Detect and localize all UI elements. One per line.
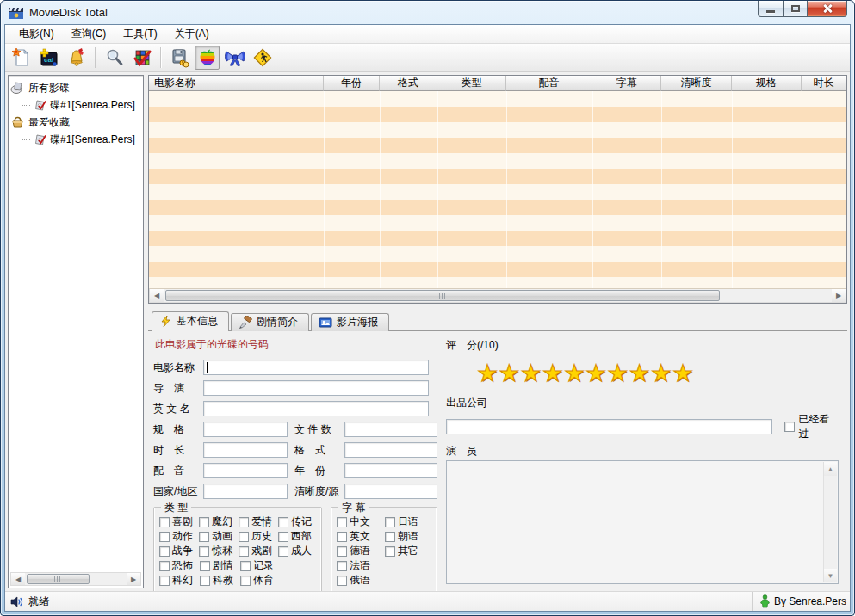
- scroll-left-icon[interactable]: ◀: [150, 289, 164, 302]
- menu-tools[interactable]: 工具(T): [115, 24, 165, 44]
- tree-node-disc1-fav[interactable]: 碟#1[Senrea.Pers]: [10, 131, 141, 148]
- spec-input[interactable]: [203, 422, 288, 437]
- scroll-track[interactable]: [164, 289, 832, 302]
- statistics-cube-button[interactable]: [129, 46, 154, 70]
- scroll-track[interactable]: [25, 573, 127, 585]
- apple-skin-button[interactable]: [195, 46, 220, 70]
- checkbox[interactable]: [385, 517, 395, 527]
- checkbox[interactable]: [278, 532, 288, 542]
- tab-synopsis[interactable]: 剧情简介: [231, 313, 309, 331]
- subtitle-checkbox-russian[interactable]: 俄语: [337, 573, 385, 588]
- star-icon[interactable]: ★: [672, 360, 694, 386]
- menu-movie[interactable]: 电影(N): [10, 24, 63, 44]
- checkbox[interactable]: [159, 561, 170, 571]
- type-checkbox-romance[interactable]: 爱情: [239, 514, 278, 529]
- tab-basic-info[interactable]: 基本信息: [152, 311, 229, 331]
- subtitle-checkbox-german[interactable]: 德语: [337, 544, 385, 558]
- checkbox[interactable]: [784, 422, 795, 432]
- column-header-format[interactable]: 格式: [380, 76, 437, 91]
- checkbox[interactable]: [199, 517, 209, 527]
- checkbox[interactable]: [337, 517, 347, 527]
- checkbox[interactable]: [278, 517, 288, 527]
- type-checkbox-war[interactable]: 战争: [159, 544, 199, 558]
- checkbox[interactable]: [239, 546, 249, 557]
- checkbox[interactable]: [159, 546, 170, 557]
- english-name-input[interactable]: [203, 401, 429, 416]
- maximize-button[interactable]: [784, 1, 808, 17]
- menu-query[interactable]: 查询(C): [63, 24, 115, 44]
- splitter[interactable]: [148, 304, 847, 311]
- star-icon[interactable]: ★: [564, 360, 585, 386]
- type-checkbox-biography[interactable]: 传记: [278, 514, 318, 529]
- checkbox[interactable]: [159, 576, 170, 586]
- close-button[interactable]: [808, 1, 847, 17]
- type-checkbox-drama[interactable]: 戏剧: [239, 544, 278, 558]
- dubbing-input[interactable]: [203, 463, 288, 478]
- tree-node-all-discs[interactable]: 所有影碟: [10, 79, 141, 96]
- column-header-name[interactable]: 电影名称: [149, 76, 324, 91]
- column-header-subtitle[interactable]: 字幕: [592, 76, 661, 91]
- file-count-input[interactable]: [344, 422, 437, 437]
- checkbox[interactable]: [337, 561, 347, 571]
- type-checkbox-plot[interactable]: 剧情: [200, 558, 240, 573]
- year-input[interactable]: [344, 463, 437, 478]
- export-data-button[interactable]: $: [167, 46, 192, 70]
- checkbox[interactable]: [385, 546, 395, 557]
- type-checkbox-documentary[interactable]: 记录: [240, 558, 281, 573]
- column-header-year[interactable]: 年份: [324, 76, 380, 91]
- country-input[interactable]: [203, 484, 288, 499]
- title-bar[interactable]: MovieDisk Total: [1, 1, 854, 24]
- checkbox[interactable]: [337, 576, 347, 586]
- checkbox[interactable]: [240, 576, 251, 586]
- star-icon[interactable]: ★: [542, 360, 564, 386]
- type-checkbox-science[interactable]: 科教: [200, 573, 240, 588]
- company-input[interactable]: [446, 419, 772, 434]
- star-icon[interactable]: ★: [520, 360, 542, 386]
- movie-name-input[interactable]: [203, 360, 429, 375]
- checkbox[interactable]: [159, 517, 170, 527]
- checkbox[interactable]: [239, 517, 249, 527]
- scroll-right-icon[interactable]: ▶: [127, 573, 140, 585]
- clarity-input[interactable]: [344, 484, 437, 499]
- subtitle-checkbox-english[interactable]: 英文: [337, 529, 385, 544]
- type-checkbox-adult[interactable]: 成人: [278, 544, 318, 558]
- checkbox[interactable]: [199, 546, 209, 557]
- search-button[interactable]: [102, 46, 127, 70]
- checkbox[interactable]: [337, 532, 347, 542]
- scroll-thumb[interactable]: [27, 574, 90, 584]
- type-checkbox-western[interactable]: 西部: [278, 529, 318, 544]
- type-checkbox-horror[interactable]: 恐怖: [159, 558, 200, 573]
- tab-poster[interactable]: 影片海报: [311, 313, 389, 331]
- star-icon[interactable]: ★: [585, 360, 607, 386]
- new-catalog-button[interactable]: cal: [36, 46, 61, 70]
- subtitle-checkbox-other[interactable]: 其它: [385, 544, 433, 558]
- actors-textarea[interactable]: ▲ ▼: [446, 460, 839, 584]
- subtitle-checkbox-korean[interactable]: 朝语: [385, 529, 433, 544]
- checkbox[interactable]: [240, 561, 251, 571]
- column-header-dubbing[interactable]: 配音: [506, 76, 592, 91]
- star-icon[interactable]: ★: [477, 360, 499, 386]
- subtitle-checkbox-french[interactable]: 法语: [337, 558, 385, 573]
- checkbox[interactable]: [239, 532, 249, 542]
- tree-horizontal-scrollbar[interactable]: ◀ ▶: [10, 572, 141, 586]
- gift-bow-button[interactable]: [222, 46, 247, 70]
- director-input[interactable]: [203, 380, 429, 396]
- column-header-duration[interactable]: 时长: [802, 76, 846, 91]
- actors-vertical-scrollbar[interactable]: ▲ ▼: [823, 462, 837, 582]
- format-input[interactable]: [344, 442, 437, 458]
- subtitle-checkbox-japanese[interactable]: 日语: [385, 514, 433, 529]
- new-movie-button[interactable]: [9, 46, 34, 70]
- scroll-down-icon[interactable]: ▼: [824, 569, 837, 582]
- column-header-clarity[interactable]: 清晰度: [661, 76, 732, 91]
- checkbox[interactable]: [159, 532, 170, 542]
- column-header-spec[interactable]: 规格: [732, 76, 802, 91]
- type-checkbox-sports[interactable]: 体育: [240, 573, 281, 588]
- type-checkbox-animation[interactable]: 动画: [199, 529, 239, 544]
- scroll-right-icon[interactable]: ▶: [832, 289, 846, 302]
- movie-table-body[interactable]: [149, 91, 846, 288]
- menu-about[interactable]: 关于(A): [166, 24, 218, 44]
- checkbox[interactable]: [278, 546, 288, 557]
- star-icon[interactable]: ★: [651, 360, 672, 386]
- checkbox[interactable]: [337, 546, 347, 557]
- table-horizontal-scrollbar[interactable]: ◀ ▶: [149, 288, 846, 303]
